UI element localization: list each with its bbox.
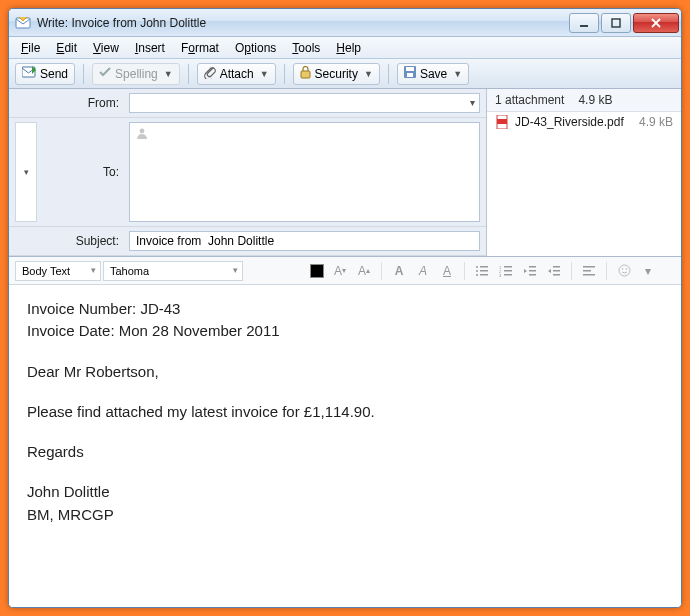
message-body[interactable]: Invoice Number: JD-43 Invoice Date: Mon …: [9, 285, 681, 607]
svg-point-34: [625, 268, 627, 270]
save-button[interactable]: Save ▼: [397, 63, 469, 85]
compose-window: Write: Invoice from John Dolittle File E…: [8, 8, 682, 608]
titlebar: Write: Invoice from John Dolittle: [9, 9, 681, 37]
numbered-list-button[interactable]: 123: [495, 261, 517, 281]
chevron-down-icon: ▼: [364, 69, 373, 79]
subject-row: Subject:: [9, 227, 486, 256]
compose-fields: From: ▾ To: Subject:: [9, 89, 486, 256]
separator: [83, 64, 84, 84]
menu-insert[interactable]: Insert: [127, 39, 173, 57]
svg-text:3: 3: [499, 273, 502, 277]
svg-point-13: [476, 270, 478, 272]
spelling-button[interactable]: Spelling ▼: [92, 63, 180, 85]
indent-button[interactable]: [543, 261, 565, 281]
save-label: Save: [420, 67, 447, 81]
send-label: Send: [40, 67, 68, 81]
svg-rect-12: [480, 266, 488, 268]
outdent-button[interactable]: [519, 261, 541, 281]
from-select[interactable]: [129, 93, 480, 113]
svg-rect-26: [553, 266, 560, 268]
text-color-swatch[interactable]: [310, 264, 324, 278]
security-button[interactable]: Security ▼: [293, 63, 380, 85]
subject-label: Subject:: [9, 227, 129, 255]
svg-point-11: [476, 266, 478, 268]
menu-edit[interactable]: Edit: [48, 39, 85, 57]
svg-rect-10: [497, 119, 507, 124]
window-title: Write: Invoice from John Dolittle: [37, 16, 567, 30]
to-field[interactable]: [129, 122, 480, 222]
align-button[interactable]: [578, 261, 600, 281]
svg-rect-30: [583, 270, 591, 272]
pdf-icon: [495, 115, 509, 129]
close-button[interactable]: [633, 13, 679, 33]
attachment-name: JD-43_Riverside.pdf: [515, 115, 633, 129]
chevron-down-icon: ▼: [164, 69, 173, 79]
font-size-decrease-button[interactable]: A▾: [329, 261, 351, 281]
insert-more-button[interactable]: ▾: [637, 261, 659, 281]
svg-rect-23: [529, 266, 536, 268]
menu-tools[interactable]: Tools: [284, 39, 328, 57]
window-buttons: [567, 13, 679, 33]
lock-icon: [300, 66, 311, 82]
bold-button[interactable]: A: [388, 261, 410, 281]
attach-button[interactable]: Attach ▼: [197, 63, 276, 85]
menu-view[interactable]: View: [85, 39, 127, 57]
separator: [381, 262, 382, 280]
send-button[interactable]: Send: [15, 63, 75, 85]
svg-rect-24: [529, 270, 536, 272]
font-family-select[interactable]: Tahoma: [103, 261, 243, 281]
underline-button[interactable]: A: [436, 261, 458, 281]
body-line: John Dolittle: [27, 482, 663, 502]
italic-button[interactable]: A: [412, 261, 434, 281]
chevron-down-icon: ▼: [453, 69, 462, 79]
spelling-label: Spelling: [115, 67, 158, 81]
svg-rect-16: [480, 274, 488, 276]
compose-header: From: ▾ To: Subject: 1 attachment 4.9 kB: [9, 89, 681, 257]
body-line: Dear Mr Robertson,: [27, 362, 663, 382]
body-line: Invoice Number: JD-43: [27, 299, 663, 319]
svg-rect-25: [529, 274, 536, 276]
attachments-panel: 1 attachment 4.9 kB JD-43_Riverside.pdf …: [486, 89, 681, 256]
contact-icon: [136, 127, 148, 141]
body-line: Please find attached my latest invoice f…: [27, 402, 663, 422]
paragraph-style-select[interactable]: Body Text: [15, 261, 101, 281]
separator: [284, 64, 285, 84]
menu-file[interactable]: File: [13, 39, 48, 57]
bullet-list-button[interactable]: [471, 261, 493, 281]
body-line: Invoice Date: Mon 28 November 2011: [27, 321, 663, 341]
attach-label: Attach: [220, 67, 254, 81]
attachment-size: 4.9 kB: [639, 115, 673, 129]
separator: [388, 64, 389, 84]
chevron-down-icon: ▼: [260, 69, 269, 79]
minimize-button[interactable]: [569, 13, 599, 33]
floppy-icon: [404, 66, 416, 81]
insert-emoji-button[interactable]: [613, 261, 635, 281]
from-row: From:: [9, 89, 486, 118]
svg-rect-4: [301, 71, 310, 78]
menubar: File Edit View Insert Format Options Too…: [9, 37, 681, 59]
svg-rect-31: [583, 274, 595, 276]
menu-format[interactable]: Format: [173, 39, 227, 57]
body-line: BM, MRCGP: [27, 505, 663, 525]
to-row: ▾ To:: [9, 118, 486, 227]
font-size-increase-button[interactable]: A▴: [353, 261, 375, 281]
subject-input[interactable]: [136, 234, 473, 248]
body-line: Regards: [27, 442, 663, 462]
attachment-total-size: 4.9 kB: [578, 93, 612, 107]
svg-rect-27: [553, 270, 560, 272]
separator: [606, 262, 607, 280]
recipient-type-button[interactable]: ▾: [15, 122, 37, 222]
maximize-button[interactable]: [601, 13, 631, 33]
svg-point-15: [476, 274, 478, 276]
send-icon: [22, 66, 36, 81]
attachment-count: 1 attachment: [495, 93, 564, 107]
separator: [188, 64, 189, 84]
svg-rect-22: [504, 274, 512, 276]
paperclip-icon: [204, 65, 216, 82]
menu-help[interactable]: Help: [328, 39, 369, 57]
menu-options[interactable]: Options: [227, 39, 284, 57]
separator: [571, 262, 572, 280]
svg-point-8: [140, 129, 145, 134]
attachment-item[interactable]: JD-43_Riverside.pdf 4.9 kB: [487, 112, 681, 132]
app-icon: [15, 15, 31, 31]
